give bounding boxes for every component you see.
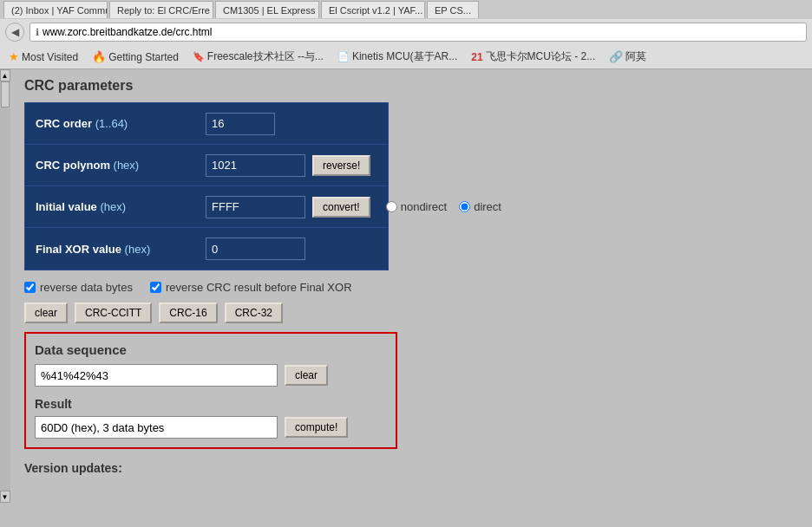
tab-4[interactable]: El Cscript v1.2 | YAF...: [321, 1, 425, 18]
crc-16-button[interactable]: CRC-16: [159, 303, 217, 323]
crc-polynom-input[interactable]: [206, 154, 305, 177]
feisikael-icon: 21: [471, 51, 482, 63]
freescale-icon: 🔖: [193, 51, 205, 62]
data-sequence-box: Data sequence clear Result compute!: [24, 332, 397, 449]
initial-value-input[interactable]: [206, 196, 305, 218]
crc-order-input[interactable]: [206, 113, 275, 135]
scroll-track: [0, 81, 10, 491]
page-layout: ▲ ▼ CRC parameters CRC order (1..64): [0, 69, 812, 503]
convert-button[interactable]: convert!: [312, 197, 370, 218]
back-button[interactable]: ◀: [5, 23, 24, 42]
bookmarks-bar: ★ Most Visited 🔥 Getting Started 🔖 Frees…: [0, 45, 812, 69]
tab-1[interactable]: (2) Inbox | YAF Community: [3, 1, 108, 18]
clear-params-button[interactable]: clear: [24, 303, 68, 323]
main-content: CRC parameters CRC order (1..64) CRC pol…: [10, 69, 812, 503]
star-icon: ★: [9, 50, 19, 63]
data-sequence-title: Data sequence: [35, 342, 387, 357]
preset-buttons-row: clear CRC-CCITT CRC-16 CRC-32: [24, 303, 798, 323]
direct-radio-label[interactable]: direct: [459, 200, 501, 213]
reverse-data-bytes-label[interactable]: reverse data bytes: [24, 281, 133, 294]
crc-section-title: CRC parameters: [24, 78, 798, 94]
left-scrollbar: ▲ ▼: [0, 69, 10, 503]
initial-value-row: Initial value (hex) convert! nondirect d…: [25, 186, 388, 228]
result-row: compute!: [35, 416, 387, 439]
bookmark-amo[interactable]: 🔗 阿莫: [604, 48, 652, 66]
result-title: Result: [35, 397, 387, 411]
crc-polynom-label: CRC polynom (hex): [25, 152, 199, 179]
crc-ccitt-button[interactable]: CRC-CCITT: [75, 303, 152, 323]
data-sequence-input-row: clear: [35, 364, 387, 387]
tab-2[interactable]: Reply to: El CRC/Erre CRC ...: [109, 1, 213, 18]
compute-button[interactable]: compute!: [285, 417, 348, 438]
final-xor-label: Final XOR value (hex): [25, 236, 199, 263]
scroll-thumb[interactable]: [1, 81, 10, 107]
bookmark-feisikael[interactable]: 21 飞思卡尔MCU论坛 - 2...: [466, 48, 600, 66]
reverse-data-bytes-text: reverse data bytes: [40, 281, 133, 294]
crc-order-row: CRC order (1..64): [25, 103, 388, 145]
address-bar: ◀ ℹ www.zorc.breitbandkatze.de/crc.html: [0, 19, 812, 45]
radio-area: nondirect direct: [386, 200, 501, 213]
info-icon: ℹ: [36, 27, 39, 38]
crc-polynom-row: CRC polynom (hex) reverse!: [25, 145, 388, 186]
reverse-crc-result-checkbox[interactable]: [150, 282, 161, 293]
crc-32-button[interactable]: CRC-32: [225, 303, 283, 323]
crc-parameters-table: CRC order (1..64) CRC polynom (hex) reve…: [24, 102, 389, 270]
tab-bar: (2) Inbox | YAF Community Reply to: El C…: [0, 0, 812, 19]
bookmark-freescale[interactable]: 🔖 Freescale技术社区 --与...: [187, 48, 329, 66]
crc-polynom-input-area: reverse!: [199, 147, 377, 184]
reverse-crc-result-label[interactable]: reverse CRC result before Final XOR: [150, 281, 352, 294]
tab-3[interactable]: CM1305 | EL Express Deve ...: [215, 1, 319, 18]
reverse-data-bytes-checkbox[interactable]: [24, 282, 36, 293]
initial-value-label: Initial value (hex): [25, 193, 199, 220]
version-updates-title: Version updates:: [24, 461, 798, 475]
flame-icon: 🔥: [92, 50, 106, 63]
kinetis-icon: 📄: [337, 51, 350, 62]
final-xor-row: Final XOR value (hex): [25, 228, 388, 270]
nondirect-radio-label[interactable]: nondirect: [386, 200, 447, 213]
crc-order-label: CRC order (1..64): [25, 110, 199, 137]
tab-5[interactable]: EP CS...: [427, 1, 479, 18]
crc-order-input-area: [199, 106, 282, 142]
initial-value-input-area: convert! nondirect direct: [199, 189, 508, 225]
nondirect-radio[interactable]: [386, 201, 397, 212]
amo-icon: 🔗: [609, 50, 623, 63]
bookmark-kinetis[interactable]: 📄 Kinetis MCU(基于AR...: [332, 48, 462, 66]
reverse-button[interactable]: reverse!: [312, 155, 370, 176]
data-sequence-input[interactable]: [35, 364, 278, 387]
reverse-crc-result-text: reverse CRC result before Final XOR: [166, 281, 352, 294]
final-xor-input[interactable]: [206, 237, 305, 260]
nondirect-label: nondirect: [401, 200, 447, 213]
final-xor-input-area: [199, 231, 312, 267]
direct-radio[interactable]: [459, 201, 470, 212]
scroll-down[interactable]: ▼: [0, 491, 10, 503]
scroll-up[interactable]: ▲: [0, 69, 10, 81]
bookmark-getting-started[interactable]: 🔥 Getting Started: [87, 49, 184, 65]
bookmark-most-visited[interactable]: ★ Most Visited: [3, 49, 83, 65]
url-bar[interactable]: ℹ www.zorc.breitbandkatze.de/crc.html: [29, 23, 807, 42]
clear-data-button[interactable]: clear: [285, 365, 328, 386]
result-input: [35, 416, 278, 439]
direct-label: direct: [474, 200, 501, 213]
checkboxes-row: reverse data bytes reverse CRC result be…: [24, 281, 798, 294]
